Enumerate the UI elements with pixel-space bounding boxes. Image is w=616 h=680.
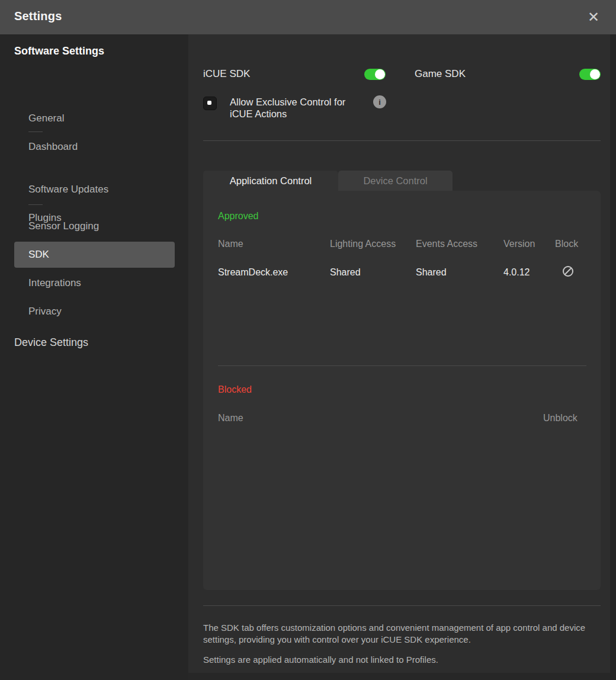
sdk-note-text: Settings are applied automatically and n… [203, 654, 588, 666]
sidebar-header-device-settings[interactable]: Device Settings [14, 336, 88, 351]
sidebar-item-sdk-label: SDK [28, 249, 49, 261]
application-control-panel: Approved Name Lighting Access Events Acc… [203, 191, 601, 590]
block-icon[interactable] [562, 265, 574, 277]
lighting-access-cell[interactable]: Shared [330, 267, 361, 278]
icue-sdk-label: iCUE SDK [203, 68, 250, 80]
sidebar-item-software-updates[interactable]: Software Updates [28, 182, 108, 197]
toggle-knob [375, 69, 385, 79]
icue-sdk-toggle[interactable] [364, 69, 386, 80]
exclusive-control-label: Allow Exclusive Control for iCUE Actions [230, 96, 367, 120]
app-name-cell: StreamDeck.exe [218, 267, 288, 278]
sidebar-divider [28, 131, 43, 132]
titlebar: Settings ✕ [0, 0, 616, 34]
sidebar-item-dashboard[interactable]: Dashboard [28, 140, 78, 154]
sdk-description-text: The SDK tab offers customization options… [203, 622, 588, 645]
tab-application-control[interactable]: Application Control [203, 171, 338, 191]
sidebar-header-software-settings: Software Settings [14, 45, 104, 59]
pane-bottom-edge [188, 673, 616, 680]
window-title: Settings [14, 9, 62, 23]
approved-col-events: Events Access [416, 239, 477, 249]
sidebar-divider [28, 204, 43, 205]
footer-divider [203, 605, 601, 606]
sidebar-item-general[interactable]: General [28, 111, 64, 126]
exclusive-control-checkbox[interactable] [203, 97, 217, 110]
blocked-col-unblock: Unblock [543, 413, 578, 424]
sdk-settings-pane: iCUE SDK Game SDK Allow Exclusive Contro… [188, 34, 616, 680]
game-sdk-toggle[interactable] [579, 69, 601, 80]
toggle-knob [590, 69, 600, 79]
sidebar-item-sdk[interactable]: SDK [14, 242, 175, 268]
approved-col-version: Version [503, 239, 535, 249]
approved-col-lighting: Lighting Access [330, 239, 396, 249]
sidebar-item-privacy[interactable]: Privacy [28, 304, 62, 319]
approved-col-name: Name [218, 239, 243, 249]
close-icon[interactable]: ✕ [584, 8, 603, 27]
info-icon[interactable]: i [373, 95, 386, 108]
blocked-section-title: Blocked [218, 384, 252, 395]
approved-col-block: Block [555, 239, 578, 249]
checkbox-dot [207, 101, 211, 105]
sidebar-item-integrations[interactable]: Integrations [28, 276, 81, 290]
blocked-col-name: Name [218, 413, 243, 424]
approved-blocked-divider [218, 365, 586, 366]
sidebar-item-sensor-logging[interactable]: Sensor Logging [28, 219, 99, 233]
game-sdk-label: Game SDK [415, 68, 466, 80]
version-cell: 4.0.12 [503, 267, 530, 278]
section-divider [203, 140, 601, 141]
tab-device-control[interactable]: Device Control [338, 171, 453, 191]
scrollbar-track[interactable] [610, 34, 616, 680]
settings-window: Settings ✕ Software Settings General Das… [0, 0, 616, 680]
sidebar: Software Settings General Dashboard Soft… [0, 34, 188, 680]
events-access-cell[interactable]: Shared [416, 267, 447, 278]
approved-section-title: Approved [218, 211, 259, 222]
